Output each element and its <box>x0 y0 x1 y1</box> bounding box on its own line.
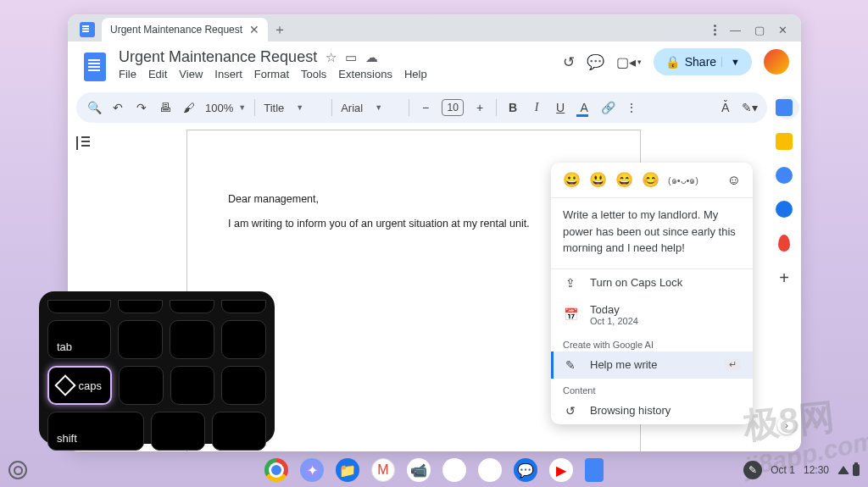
kaomoji-option[interactable]: (๑•ᴗ•๑) <box>668 173 698 188</box>
share-button[interactable]: 🔒 Share ▼ <box>654 48 752 75</box>
insert-link-icon[interactable]: 🔗 <box>600 101 615 114</box>
caps-diamond-icon <box>54 374 75 396</box>
font-size-input[interactable]: 10 <box>442 99 464 116</box>
chrome-app-icon[interactable] <box>264 458 288 482</box>
share-dropdown-icon[interactable]: ▼ <box>721 57 748 67</box>
search-menus-icon[interactable]: 🔍 <box>86 101 102 114</box>
menu-format[interactable]: Format <box>254 68 289 80</box>
key-placeholder[interactable] <box>221 300 266 313</box>
underline-button[interactable]: U <box>553 101 568 114</box>
tasks-icon[interactable] <box>776 167 793 184</box>
account-avatar[interactable] <box>764 49 789 75</box>
browser-tab[interactable]: Urgent Maintenance Request ✕ <box>102 18 268 42</box>
key-top-left[interactable] <box>47 300 111 313</box>
star-icon[interactable]: ☆ <box>326 50 337 65</box>
history-icon[interactable]: ↺ <box>563 53 575 71</box>
key-placeholder[interactable] <box>170 320 214 359</box>
caps-key-label: caps <box>79 379 102 392</box>
assistant-app-icon[interactable]: ✦ <box>300 458 324 482</box>
chevron-down-icon: ▼ <box>375 103 382 112</box>
more-toolbar-icon[interactable]: ⋮ <box>624 101 639 114</box>
photos-app-icon[interactable]: ✿ <box>478 458 502 482</box>
print-icon[interactable]: 🖶 <box>158 101 173 114</box>
browsing-history-option[interactable]: ↺ Browsing history <box>551 397 753 424</box>
menu-view[interactable]: View <box>179 68 203 80</box>
calendar-icon[interactable] <box>776 99 793 116</box>
key-placeholder[interactable] <box>119 366 164 405</box>
spellcheck-icon[interactable]: Ǎ <box>718 101 733 114</box>
shelf-time[interactable]: 12:30 <box>804 464 829 476</box>
comments-icon[interactable]: 💬 <box>587 53 604 71</box>
increase-font-icon[interactable]: + <box>472 101 487 114</box>
emoji-option[interactable]: 😃 <box>589 171 607 189</box>
emoji-option[interactable]: 😀 <box>563 171 581 189</box>
undo-icon[interactable]: ↶ <box>110 101 125 114</box>
menu-file[interactable]: File <box>119 68 136 80</box>
paragraph-style-select[interactable]: Title▼ <box>264 102 323 114</box>
key-placeholder[interactable] <box>170 300 214 313</box>
caps-key[interactable]: caps <box>47 366 112 405</box>
shelf-date[interactable]: Oct 1 <box>771 464 795 476</box>
gmail-app-icon[interactable]: M <box>371 458 395 482</box>
status-tray[interactable] <box>837 464 860 476</box>
maximize-button[interactable]: ▢ <box>754 24 765 36</box>
maps-icon[interactable] <box>778 235 790 252</box>
menu-edit[interactable]: Edit <box>148 68 167 80</box>
menu-help[interactable]: Help <box>404 68 427 80</box>
cloud-status-icon[interactable]: ☁ <box>365 50 378 65</box>
caps-lock-suggestion[interactable]: ⇪ Turn on Caps Lock <box>551 269 753 296</box>
zoom-select[interactable]: 100%▼ <box>205 102 246 114</box>
meet-app-icon[interactable]: 📹 <box>407 458 431 482</box>
window-controls: ― ▢ ✕ <box>714 18 796 42</box>
italic-button[interactable]: I <box>529 101 544 114</box>
document-outline-icon[interactable] <box>76 136 93 150</box>
paint-format-icon[interactable]: 🖌 <box>181 101 197 114</box>
docs-app-icon[interactable] <box>585 458 604 482</box>
stylus-tools-icon[interactable]: ✎ <box>743 461 762 479</box>
decrease-font-icon[interactable]: − <box>418 101 433 114</box>
meet-button[interactable]: ▢◂ ▾ <box>616 54 642 70</box>
keep-icon[interactable] <box>776 133 793 150</box>
key-placeholder[interactable] <box>118 300 163 313</box>
new-tab-button[interactable]: ＋ <box>268 18 292 42</box>
shift-key[interactable]: shift <box>47 412 144 451</box>
files-app-icon[interactable]: 📁 <box>336 458 359 482</box>
font-select[interactable]: Arial▼ <box>341 102 400 114</box>
docs-logo[interactable] <box>80 48 110 86</box>
editing-mode-icon[interactable]: ✎▾ <box>742 101 757 114</box>
launcher-icon[interactable] <box>8 461 27 479</box>
today-date: Oct 1, 2024 <box>590 316 638 326</box>
play-store-icon[interactable]: ▶ <box>442 458 466 482</box>
zoom-value: 100% <box>205 102 233 114</box>
emoji-option[interactable]: 😊 <box>642 171 659 189</box>
menu-extensions[interactable]: Extensions <box>338 68 392 80</box>
text-color-button[interactable]: A <box>576 101 592 114</box>
menu-insert[interactable]: Insert <box>214 68 242 80</box>
tab-key[interactable]: tab <box>47 320 111 359</box>
key-placeholder[interactable] <box>212 412 266 451</box>
bold-button[interactable]: B <box>505 101 520 114</box>
contacts-icon[interactable] <box>776 201 793 218</box>
today-date-chip[interactable]: 📅 Today Oct 1, 2024 <box>551 296 753 333</box>
menu-tools[interactable]: Tools <box>301 68 326 80</box>
key-placeholder[interactable] <box>221 366 266 405</box>
chevron-down-icon: ▼ <box>238 103 246 112</box>
close-window-button[interactable]: ✕ <box>778 24 787 36</box>
prompt-input[interactable]: Write a letter to my landlord. My power … <box>551 198 753 268</box>
browser-menu-icon[interactable] <box>714 25 716 36</box>
move-icon[interactable]: ▭ <box>345 50 357 65</box>
key-placeholder[interactable] <box>151 412 205 451</box>
document-title[interactable]: Urgent Maintenance Request <box>119 48 317 66</box>
youtube-app-icon[interactable]: ▶ <box>549 458 573 482</box>
add-emoji-icon[interactable]: ☺ <box>727 173 741 188</box>
redo-icon[interactable]: ↷ <box>134 101 149 114</box>
tab-close-icon[interactable]: ✕ <box>249 23 259 36</box>
emoji-option[interactable]: 😄 <box>615 171 633 189</box>
messages-app-icon[interactable]: 💬 <box>514 458 537 482</box>
key-placeholder[interactable] <box>221 320 266 359</box>
key-placeholder[interactable] <box>170 366 215 405</box>
add-addon-icon[interactable]: + <box>779 268 789 288</box>
minimize-button[interactable]: ― <box>730 24 741 36</box>
key-placeholder[interactable] <box>118 320 163 359</box>
help-me-write-option[interactable]: ✎ Help me write ↵ <box>551 351 753 379</box>
